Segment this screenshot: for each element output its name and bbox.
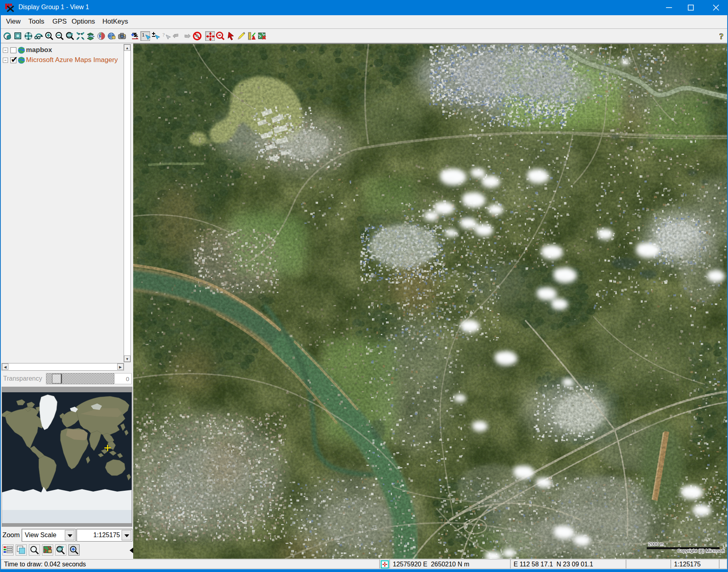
svg-text:?: ?: [719, 31, 724, 41]
svg-text:Copyright (C) Microsoft: Copyright (C) Microsoft: [677, 548, 725, 553]
svg-text:?: ?: [162, 32, 165, 38]
svg-text:1: 1: [142, 32, 144, 37]
svg-text:2000 m: 2000 m: [648, 542, 664, 546]
